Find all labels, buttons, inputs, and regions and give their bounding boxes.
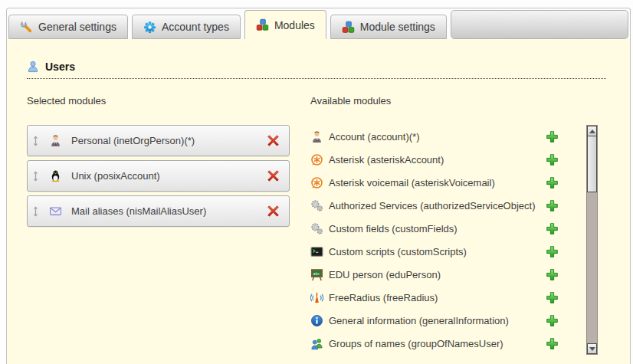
remove-module-button[interactable]	[267, 169, 280, 182]
selected-module-label: Mail aliases (nisMailAliasUser)	[71, 205, 267, 217]
terminal-icon	[310, 245, 323, 258]
selected-modules-column: Selected modules Personal (inetOrgPerson…	[27, 95, 290, 355]
add-module-button[interactable]	[546, 153, 559, 166]
selected-module-row[interactable]: Personal (inetOrgPerson)(*)	[27, 125, 290, 156]
available-module-label: General information (generalInformation)	[329, 315, 546, 326]
available-module-label: EDU person (eduPerson)	[329, 269, 546, 280]
scrollbar[interactable]	[586, 125, 598, 355]
person-icon	[49, 134, 62, 147]
available-module-label: Account (account)(*)	[329, 131, 546, 143]
available-module-label: Asterisk voicemail (asteriskVoicemail)	[329, 177, 546, 189]
available-module-row: Asterisk voicemail (asteriskVoicemail)	[310, 171, 586, 194]
tab-label: Module settings	[360, 21, 435, 33]
available-module-row: General information (generalInformation)	[310, 309, 586, 332]
selected-module-label: Unix (posixAccount)	[71, 170, 267, 182]
info-icon	[310, 314, 323, 327]
gears-icon	[310, 199, 323, 212]
add-module-button[interactable]	[546, 291, 559, 304]
available-module-row: Asterisk (asteriskAccount)	[310, 148, 586, 171]
add-module-button[interactable]	[546, 130, 559, 143]
drag-handle-icon[interactable]	[32, 206, 39, 217]
drag-handle-icon[interactable]	[32, 171, 39, 182]
available-module-row: Custom fields (customFields)	[310, 217, 586, 240]
scrollbar-track[interactable]	[587, 192, 597, 343]
selected-modules-list: Personal (inetOrgPerson)(*)Unix (posixAc…	[27, 125, 290, 227]
svg-text:abc: abc	[313, 271, 320, 275]
add-module-button[interactable]	[546, 176, 559, 189]
available-module-row: Authorized Services (authorizedServiceOb…	[310, 194, 586, 217]
available-module-row: abcEDU person (eduPerson)	[310, 263, 586, 286]
add-module-button[interactable]	[546, 337, 559, 350]
scroll-up-button[interactable]	[587, 126, 597, 136]
section-header-users: Users	[27, 61, 606, 79]
gears-icon	[310, 222, 323, 235]
tab-general-settings[interactable]: General settings	[8, 15, 128, 39]
available-module-row: Custom scripts (customScripts)	[310, 240, 586, 263]
scrollbar-thumb[interactable]	[587, 136, 597, 192]
add-module-button[interactable]	[546, 222, 559, 235]
selected-module-row[interactable]: Unix (posixAccount)	[27, 160, 290, 192]
tab-module-settings[interactable]: Module settings	[330, 15, 447, 39]
available-modules-column: Available modules Account (account)(*)As…	[310, 95, 606, 355]
mail-icon	[49, 205, 62, 218]
modules-panel: Users Selected modules Personal (inetOrg…	[7, 61, 630, 355]
section-title-label: Users	[45, 61, 75, 73]
tab-account-types[interactable]: Account types	[132, 15, 241, 39]
tab-modules[interactable]: Modules	[244, 10, 326, 39]
available-module-label: Custom scripts (customScripts)	[329, 246, 546, 257]
available-module-label: Asterisk (asteriskAccount)	[329, 154, 546, 166]
tab-label: Modules	[274, 19, 315, 31]
remove-module-button[interactable]	[267, 134, 280, 147]
cubes-icon	[342, 21, 355, 34]
add-module-button[interactable]	[546, 268, 559, 281]
available-modules-header: Available modules	[310, 95, 598, 107]
available-module-label: Custom fields (customFields)	[329, 223, 546, 234]
asterisk-icon	[310, 153, 323, 166]
tux-icon	[49, 169, 62, 182]
drag-handle-icon[interactable]	[32, 136, 39, 146]
user-icon	[27, 61, 39, 73]
gear-icon	[143, 21, 156, 34]
tab-label: General settings	[38, 21, 116, 33]
person-icon	[310, 130, 323, 143]
board-icon: abc	[310, 268, 323, 281]
selected-module-label: Personal (inetOrgPerson)(*)	[71, 135, 267, 146]
scroll-down-icon	[589, 347, 595, 351]
selected-module-row[interactable]: Mail aliases (nisMailAliasUser)	[27, 195, 290, 227]
add-module-button[interactable]	[546, 199, 559, 212]
tab-bar: General settingsAccount typesModulesModu…	[7, 8, 630, 39]
group-icon	[310, 337, 323, 350]
available-module-label: FreeRadius (freeRadius)	[329, 292, 546, 303]
available-module-label: Groups of names (groupOfNamesUser)	[329, 338, 546, 349]
available-module-label: Authorized Services (authorizedServiceOb…	[329, 200, 546, 212]
radius-icon	[310, 291, 323, 304]
add-module-button[interactable]	[546, 245, 559, 258]
asterisk-icon	[310, 176, 323, 189]
available-module-row: Account (account)(*)	[310, 125, 586, 148]
cubes-icon	[256, 18, 269, 31]
wrench-icon	[20, 21, 33, 34]
add-module-button[interactable]	[546, 314, 559, 327]
available-module-row: Groups of names (groupOfNamesUser)	[310, 332, 586, 355]
tabbar-filler	[451, 10, 628, 39]
tab-label: Account types	[162, 21, 229, 33]
available-modules-list: Account (account)(*)Asterisk (asteriskAc…	[310, 125, 586, 355]
available-module-row: FreeRadius (freeRadius)	[310, 286, 586, 309]
settings-window: General settingsAccount typesModulesModu…	[6, 8, 631, 364]
remove-module-button[interactable]	[267, 205, 280, 218]
selected-modules-header: Selected modules	[27, 95, 290, 107]
scroll-up-icon	[589, 130, 595, 133]
scroll-down-button[interactable]	[587, 343, 597, 354]
